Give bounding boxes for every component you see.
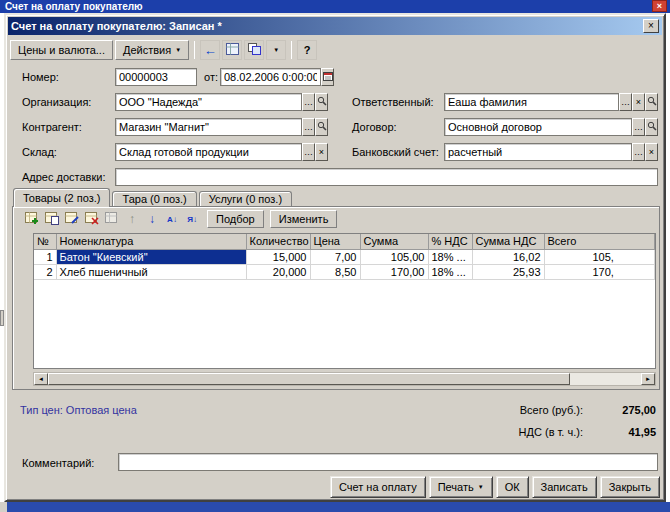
- main-toolbar: Цены и валюта... Действия ▼ ← ▼ ?: [10, 38, 317, 62]
- cell-num[interactable]: 2: [34, 264, 56, 279]
- header-nomenclature[interactable]: Номенклатура: [56, 234, 246, 249]
- delete-row-button[interactable]: [83, 211, 101, 227]
- related-windows-button[interactable]: [244, 40, 264, 60]
- toolbar-overflow-button[interactable]: ▼: [266, 40, 286, 60]
- header-total[interactable]: Всего: [544, 234, 655, 249]
- close-dialog-button[interactable]: Закрыть: [600, 476, 660, 498]
- scrollbar-thumb[interactable]: [48, 373, 570, 385]
- scroll-left-button[interactable]: ◄: [34, 373, 48, 385]
- header-quantity[interactable]: Количество: [246, 234, 310, 249]
- background-close-button[interactable]: ×: [652, 0, 667, 12]
- save-button[interactable]: Записать: [532, 476, 597, 498]
- organization-lookup-button[interactable]: [315, 93, 328, 111]
- cell-nomenclature[interactable]: Хлеб пшеничный: [56, 264, 246, 279]
- date-input[interactable]: [220, 68, 321, 86]
- comment-input[interactable]: [118, 453, 658, 471]
- responsible-input[interactable]: [444, 93, 619, 111]
- tab-goods[interactable]: Товары (2 поз.): [13, 188, 110, 207]
- edit-button[interactable]: Изменить: [270, 210, 338, 228]
- arrow-up-icon: ↑: [129, 212, 135, 226]
- table-header-row: № Номенклатура Количество Цена Сумма % Н…: [34, 234, 655, 249]
- table-row[interactable]: 1 Батон "Киевский" 15,000 7,00 105,00 18…: [34, 249, 655, 264]
- magnifier-icon: [647, 96, 657, 108]
- price-type-text[interactable]: Тип цен: Оптовая цена: [20, 404, 137, 416]
- cell-sum[interactable]: 105,00: [360, 249, 428, 264]
- cell-price[interactable]: 8,50: [310, 264, 360, 279]
- delivery-address-field: [115, 168, 658, 186]
- move-up-button[interactable]: ↑: [123, 211, 141, 227]
- cell-quantity[interactable]: 20,000: [246, 264, 310, 279]
- contractor-ellipsis-button[interactable]: …: [302, 118, 315, 136]
- bank-account-clear-button[interactable]: ×: [645, 143, 658, 161]
- cell-vat-sum[interactable]: 25,93: [472, 264, 544, 279]
- number-input[interactable]: [115, 68, 197, 86]
- responsible-clear-button[interactable]: ×: [632, 93, 645, 111]
- organization-ellipsis-button[interactable]: …: [302, 93, 315, 111]
- contract-ellipsis-button[interactable]: …: [632, 118, 645, 136]
- contract-lookup-button[interactable]: [645, 118, 658, 136]
- organization-input[interactable]: [115, 93, 302, 111]
- delivery-address-input[interactable]: [115, 168, 658, 186]
- help-button[interactable]: ?: [297, 40, 317, 60]
- bank-account-input[interactable]: [444, 143, 632, 161]
- warehouse-clear-button[interactable]: ×: [315, 143, 328, 161]
- actions-button[interactable]: Действия ▼: [115, 40, 189, 60]
- cell-num[interactable]: 1: [34, 249, 56, 264]
- magnifier-icon: [647, 121, 657, 133]
- date-label: от:: [204, 71, 218, 83]
- calendar-button[interactable]: [321, 68, 334, 86]
- invoice-button[interactable]: Счет на оплату: [330, 476, 426, 498]
- bank-account-ellipsis-button[interactable]: …: [632, 143, 645, 161]
- scrollbar-track[interactable]: [570, 373, 641, 385]
- add-row-button[interactable]: [23, 211, 41, 227]
- scroll-right-button[interactable]: ►: [641, 373, 655, 385]
- cell-total[interactable]: 105,: [544, 249, 655, 264]
- header-vat-sum[interactable]: Сумма НДС: [472, 234, 544, 249]
- background-bottom-bar: [7, 502, 670, 512]
- cell-price[interactable]: 7,00: [310, 249, 360, 264]
- cell-total[interactable]: 170,: [544, 264, 655, 279]
- clear-icon: ×: [649, 148, 654, 157]
- cell-sum[interactable]: 170,00: [360, 264, 428, 279]
- warehouse-ellipsis-button[interactable]: …: [302, 143, 315, 161]
- end-edit-button[interactable]: [103, 211, 121, 227]
- header-price[interactable]: Цена: [310, 234, 360, 249]
- contractor-input[interactable]: [115, 118, 302, 136]
- date-field: [220, 68, 334, 86]
- header-num[interactable]: №: [34, 234, 56, 249]
- responsible-ellipsis-button[interactable]: …: [619, 93, 632, 111]
- print-button[interactable]: Печать ▼: [429, 476, 493, 498]
- back-button[interactable]: ←: [200, 40, 220, 60]
- pick-button[interactable]: Подбор: [207, 210, 264, 228]
- table-row[interactable]: 2 Хлеб пшеничный 20,000 8,50 170,00 18% …: [34, 264, 655, 279]
- ok-button[interactable]: ОК: [496, 476, 529, 498]
- warehouse-input[interactable]: [115, 143, 302, 161]
- organization-label: Организация:: [22, 96, 91, 108]
- tab-tare[interactable]: Тара (0 поз.): [112, 191, 196, 207]
- values-table-button[interactable]: [222, 40, 242, 60]
- header-sum[interactable]: Сумма: [360, 234, 428, 249]
- responsible-lookup-button[interactable]: [645, 93, 658, 111]
- copy-row-button[interactable]: [43, 211, 61, 227]
- chevron-down-icon: ▼: [478, 484, 484, 490]
- sort-asc-icon: А↓: [167, 215, 177, 224]
- cell-nomenclature[interactable]: Батон "Киевский": [56, 249, 246, 264]
- sort-desc-button[interactable]: Я↓: [183, 211, 201, 227]
- close-button[interactable]: ×: [643, 19, 659, 33]
- move-down-button[interactable]: ↓: [143, 211, 161, 227]
- toolbar-separator: [291, 41, 292, 59]
- sort-asc-button[interactable]: А↓: [163, 211, 181, 227]
- edit-row-button[interactable]: [63, 211, 81, 227]
- organization-field: …: [115, 93, 328, 111]
- horizontal-scrollbar[interactable]: ◄ ►: [33, 372, 656, 386]
- contract-input[interactable]: [444, 118, 632, 136]
- cell-vat-pct[interactable]: 18% ...: [428, 264, 472, 279]
- contractor-lookup-button[interactable]: [315, 118, 328, 136]
- cell-vat-sum[interactable]: 16,02: [472, 249, 544, 264]
- tab-services[interactable]: Услуги (0 поз.): [199, 191, 292, 207]
- cell-vat-pct[interactable]: 18% ...: [428, 249, 472, 264]
- header-vat-pct[interactable]: % НДС: [428, 234, 472, 249]
- prices-currency-button[interactable]: Цены и валюта...: [10, 40, 113, 60]
- cell-quantity[interactable]: 15,000: [246, 249, 310, 264]
- bank-account-label: Банковский счет:: [352, 146, 439, 158]
